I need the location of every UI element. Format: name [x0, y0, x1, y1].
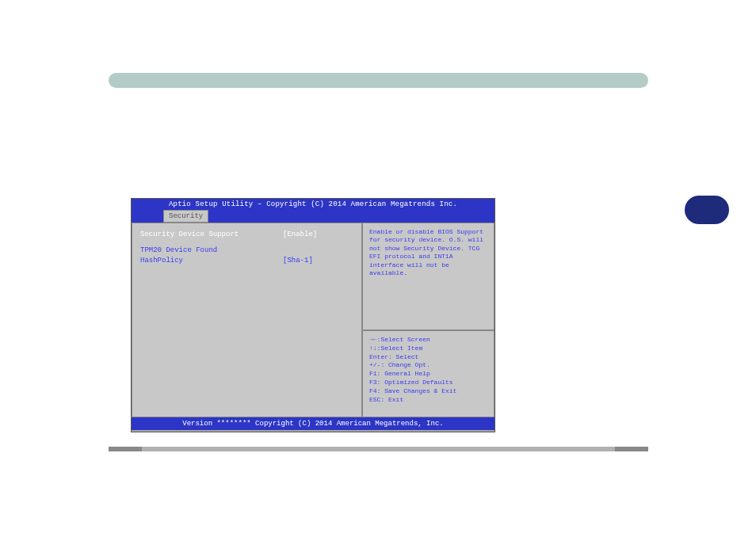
key-hint: F3: Optimized Defaults: [369, 379, 487, 387]
key-hint: Enter: Select: [369, 353, 487, 362]
bios-footer: Version ******** Copyright (C) 2014 Amer…: [132, 417, 494, 430]
teal-header-bar: [109, 73, 648, 88]
setting-security-device-support[interactable]: Security Device Support [Enable]: [140, 230, 353, 241]
key-hint: ↑↓:Select Item: [369, 345, 487, 353]
tab-security[interactable]: Security: [163, 210, 208, 223]
setting-label: HashPolicy: [140, 256, 283, 267]
bottom-divider-bar: [109, 447, 648, 451]
setting-tpm-device: TPM20 Device Found: [140, 246, 353, 257]
bios-right-column: Enable or disable BIOS Support for secur…: [362, 223, 494, 417]
setting-hashpolicy[interactable]: HashPolicy [Sha-1]: [140, 256, 353, 267]
key-hint: F1: General Help: [369, 370, 487, 379]
setting-value: [Enable]: [283, 230, 317, 241]
key-hint: F4: Save Changes & Exit: [369, 387, 487, 396]
key-hint: →←:Select Screen: [369, 336, 487, 345]
bios-key-hints: →←:Select Screen ↑↓:Select Item Enter: S…: [362, 330, 494, 417]
bios-window: Aptio Setup Utility – Copyright (C) 2014…: [131, 198, 495, 432]
bios-settings-pane: Security Device Support [Enable] TPM20 D…: [132, 223, 362, 417]
navy-side-pill: [685, 196, 729, 224]
bios-body: Security Device Support [Enable] TPM20 D…: [132, 223, 494, 417]
setting-label: TPM20 Device Found: [140, 246, 283, 257]
bios-help-text: Enable or disable BIOS Support for secur…: [362, 223, 494, 330]
bios-title: Aptio Setup Utility – Copyright (C) 2014…: [132, 199, 494, 210]
key-hint: ESC: Exit: [369, 396, 487, 405]
setting-label: Security Device Support: [140, 230, 283, 241]
bios-tabbar: Security: [132, 210, 494, 223]
key-hint: +/-: Change Opt.: [369, 361, 487, 370]
setting-value: [Sha-1]: [283, 256, 313, 267]
